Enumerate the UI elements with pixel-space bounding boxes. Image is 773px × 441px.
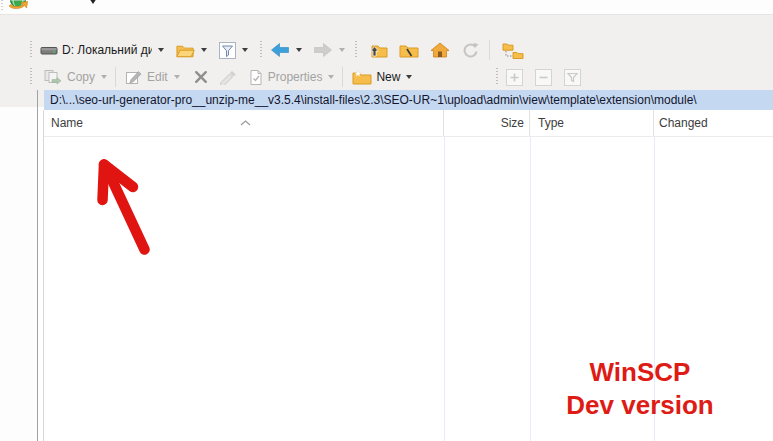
toolbar-separator: [115, 67, 116, 87]
chevron-down-icon: [242, 48, 248, 52]
rename-pencil-icon: [219, 70, 237, 85]
properties-button-label: Properties: [268, 70, 323, 84]
delete-x-icon: [194, 70, 208, 84]
toolbar-grip: [1, 0, 3, 12]
watermark-text: WinSCP Dev version: [560, 356, 720, 422]
edit-pencil-icon: [125, 69, 143, 85]
column-header-size[interactable]: Size: [444, 110, 530, 136]
chevron-down-icon: [328, 75, 334, 79]
unselect-files-button[interactable]: [531, 67, 556, 88]
file-list-header: Name Size Type Changed: [44, 110, 773, 137]
new-button[interactable]: New: [348, 68, 416, 87]
parent-directory-button[interactable]: [364, 41, 392, 60]
back-arrow-icon: [270, 42, 290, 58]
open-folder-icon: [176, 43, 195, 58]
toolbar-grip[interactable]: [496, 68, 498, 86]
chevron-down-icon: [158, 48, 164, 52]
app-dropdown-caret-icon[interactable]: [89, 0, 97, 4]
filter-funnel-icon: [219, 42, 236, 59]
refresh-button[interactable]: [457, 40, 483, 60]
copy-icon: [43, 69, 63, 85]
new-folder-icon: [352, 70, 372, 85]
toolbar-grip[interactable]: [30, 68, 32, 86]
toolbar-grip[interactable]: [355, 41, 357, 59]
toolbar-grip[interactable]: [30, 41, 32, 59]
new-button-label: New: [376, 70, 400, 84]
open-directory-button[interactable]: [172, 41, 211, 60]
parent-folder-icon: [368, 43, 388, 58]
toolbar-separator: [342, 67, 343, 87]
copy-button[interactable]: Copy: [39, 67, 111, 87]
left-panel-edge: [0, 107, 38, 441]
column-header-changed[interactable]: Changed: [654, 110, 773, 136]
chevron-down-icon: [339, 48, 345, 52]
filter-button[interactable]: [215, 40, 252, 61]
minus-box-icon: [535, 69, 552, 86]
column-gridline: [530, 137, 531, 441]
command-toolbar: Copy Edit: [30, 65, 585, 89]
properties-button[interactable]: Properties: [244, 67, 339, 88]
delete-button[interactable]: [190, 68, 212, 86]
root-folder-icon: [399, 43, 419, 58]
chevron-down-icon: [296, 48, 302, 52]
invert-selection-button[interactable]: [560, 67, 585, 88]
forward-button[interactable]: [309, 40, 349, 60]
directory-tree-button[interactable]: [498, 40, 528, 61]
toolbar-grip[interactable]: [260, 41, 262, 59]
plus-box-icon: [506, 69, 523, 86]
current-path-bar[interactable]: D:\...\seo-url-generator-pro__unzip-me__…: [44, 90, 773, 110]
forward-arrow-icon: [313, 42, 333, 58]
column-header-type[interactable]: Type: [530, 110, 654, 136]
select-files-button[interactable]: [502, 67, 527, 88]
refresh-icon: [461, 42, 479, 58]
folder-tree-icon: [502, 42, 524, 59]
back-button[interactable]: [266, 40, 306, 60]
watermark-line2: Dev version: [560, 389, 720, 422]
left-panel-edge-border: [37, 90, 38, 107]
rename-button[interactable]: [215, 68, 241, 87]
chevron-down-icon: [101, 75, 107, 79]
chevron-down-icon: [174, 75, 180, 79]
local-drive-icon: [40, 43, 58, 57]
drive-selector-label: D: Локальний ди: [62, 43, 152, 57]
copy-button-label: Copy: [67, 70, 95, 84]
home-directory-button[interactable]: [426, 40, 454, 60]
edit-button[interactable]: Edit: [121, 67, 184, 87]
clipped-titlebar: [0, 0, 773, 15]
edit-button-label: Edit: [147, 70, 168, 84]
root-directory-button[interactable]: [395, 41, 423, 60]
drive-selector-button[interactable]: D: Локальний ди: [36, 41, 168, 59]
navigation-toolbar: D: Локальний ди: [30, 38, 528, 62]
invert-filter-box-icon: [564, 69, 581, 86]
toolbar-separator: [489, 40, 490, 60]
winscp-window: D: Локальний ди: [0, 0, 773, 441]
synchronize-globe-icon[interactable]: [7, 0, 29, 13]
sort-ascending-chevron-icon: [240, 112, 251, 130]
chevron-down-icon: [406, 75, 412, 79]
home-icon: [430, 42, 450, 58]
column-gridline: [444, 137, 445, 441]
chevron-down-icon: [201, 48, 207, 52]
properties-document-icon: [248, 69, 264, 86]
watermark-line1: WinSCP: [560, 356, 720, 389]
